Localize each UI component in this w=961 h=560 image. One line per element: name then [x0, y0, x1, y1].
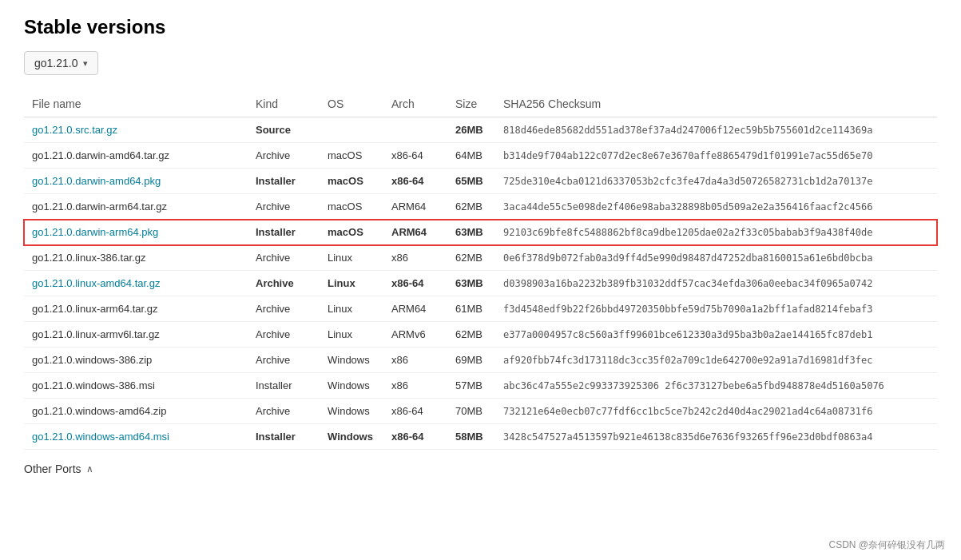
- file-size: 63MB: [447, 271, 495, 296]
- file-name-text: go1.21.0.linux-armv6l.tar.gz: [24, 322, 248, 348]
- table-row: go1.21.0.darwin-amd64.tar.gzArchivemacOS…: [24, 143, 937, 169]
- table-row: go1.21.0.windows-amd64.zipArchiveWindows…: [24, 399, 937, 424]
- file-kind: Archive: [248, 348, 320, 373]
- file-name-text: go1.21.0.windows-386.msi: [24, 373, 248, 399]
- file-os: Linux: [320, 271, 383, 296]
- file-size: 65MB: [447, 169, 495, 194]
- file-arch: x86: [383, 348, 447, 373]
- table-row: go1.21.0.src.tar.gzSource26MB818d46ede85…: [24, 117, 937, 143]
- dropdown-arrow-icon: ▾: [83, 58, 88, 69]
- file-arch: x86-64: [383, 399, 447, 424]
- file-arch: [383, 117, 447, 143]
- file-checksum: e377a0004957c8c560a3ff99601bce612330a3d9…: [495, 322, 937, 348]
- table-row: go1.21.0.windows-386.msiInstallerWindows…: [24, 373, 937, 399]
- table-row: go1.21.0.darwin-amd64.pkgInstallermacOSx…: [24, 169, 937, 194]
- file-size: 62MB: [447, 322, 495, 348]
- file-link[interactable]: go1.21.0.linux-amd64.tar.gz: [32, 277, 160, 289]
- file-kind: Archive: [248, 322, 320, 348]
- page-title: Stable versions: [24, 16, 937, 38]
- file-checksum: 3aca44de55c5e098de2f406e98aba328898b05d5…: [495, 194, 937, 220]
- file-size: 61MB: [447, 296, 495, 322]
- file-checksum: f3d4548edf9b22f26bbd49720350bbfe59d75b70…: [495, 296, 937, 322]
- file-size: 26MB: [447, 117, 495, 143]
- file-size: 62MB: [447, 245, 495, 271]
- file-os: Windows: [320, 348, 383, 373]
- file-checksum: 0e6f378d9b072fab0a3d9ff4d5e990d98487d472…: [495, 245, 937, 271]
- file-kind: Installer: [248, 424, 320, 450]
- file-kind: Archive: [248, 245, 320, 271]
- file-link[interactable]: go1.21.0.darwin-arm64.pkg: [32, 226, 158, 238]
- file-checksum: 732121e64e0ecb07c77fdf6cc1bc5ce7b242c2d4…: [495, 399, 937, 424]
- file-kind: Archive: [248, 271, 320, 296]
- file-arch: x86-64: [383, 143, 447, 169]
- table-row: go1.21.0.linux-amd64.tar.gzArchiveLinuxx…: [24, 271, 937, 296]
- col-header-size: Size: [447, 91, 495, 117]
- file-arch: x86-64: [383, 424, 447, 450]
- file-arch: ARM64: [383, 296, 447, 322]
- file-size: 58MB: [447, 424, 495, 450]
- other-ports-label: Other Ports: [24, 463, 81, 475]
- file-size: 57MB: [447, 373, 495, 399]
- downloads-table: File name Kind OS Arch Size SHA256 Check…: [24, 91, 937, 450]
- file-kind: Archive: [248, 143, 320, 169]
- table-row: go1.21.0.windows-386.zipArchiveWindowsx8…: [24, 348, 937, 373]
- file-size: 64MB: [447, 143, 495, 169]
- file-name-text: go1.21.0.darwin-arm64.tar.gz: [24, 194, 248, 220]
- file-arch: ARM64: [383, 194, 447, 220]
- file-os: macOS: [320, 194, 383, 220]
- file-os: macOS: [320, 220, 383, 245]
- table-row: go1.21.0.darwin-arm64.tar.gzArchivemacOS…: [24, 194, 937, 220]
- file-checksum: d0398903a16ba2232b389fb31032ddf57cac34ef…: [495, 271, 937, 296]
- file-size: 63MB: [447, 220, 495, 245]
- file-link[interactable]: go1.21.0.src.tar.gz: [32, 124, 117, 136]
- file-name-text: go1.21.0.darwin-amd64.tar.gz: [24, 143, 248, 169]
- file-name-text: go1.21.0.windows-386.zip: [24, 348, 248, 373]
- file-kind: Installer: [248, 373, 320, 399]
- col-header-os: OS: [320, 91, 383, 117]
- file-size: 70MB: [447, 399, 495, 424]
- file-checksum: 92103c69bfe8fc5488862bf8ca9dbe1205dae02a…: [495, 220, 937, 245]
- file-kind: Archive: [248, 399, 320, 424]
- col-header-filename: File name: [24, 91, 248, 117]
- table-row: go1.21.0.darwin-arm64.pkgInstallermacOSA…: [24, 220, 937, 245]
- file-checksum: b314de9f704ab122c077d2ec8e67e3670affe886…: [495, 143, 937, 169]
- version-selector[interactable]: go1.21.0 ▾: [24, 51, 98, 75]
- file-os: macOS: [320, 143, 383, 169]
- file-link[interactable]: go1.21.0.darwin-amd64.pkg: [32, 175, 161, 187]
- file-arch: x86-64: [383, 271, 447, 296]
- file-arch: ARMv6: [383, 322, 447, 348]
- file-arch: x86-64: [383, 169, 447, 194]
- file-checksum: af920fbb74fc3d173118dc3cc35f02a709c1de64…: [495, 348, 937, 373]
- file-os: Windows: [320, 399, 383, 424]
- file-kind: Installer: [248, 220, 320, 245]
- col-header-kind: Kind: [248, 91, 320, 117]
- file-checksum: 3428c547527a4513597b921e46138c835d6e7636…: [495, 424, 937, 450]
- file-os: Linux: [320, 296, 383, 322]
- file-os: macOS: [320, 169, 383, 194]
- file-os: Windows: [320, 373, 383, 399]
- file-kind: Archive: [248, 194, 320, 220]
- file-size: 69MB: [447, 348, 495, 373]
- file-checksum: abc36c47a555e2c993373925306 2f6c373127be…: [495, 373, 937, 399]
- file-kind: Installer: [248, 169, 320, 194]
- file-name-text: go1.21.0.linux-arm64.tar.gz: [24, 296, 248, 322]
- file-kind: Archive: [248, 296, 320, 322]
- file-arch: ARM64: [383, 220, 447, 245]
- file-link[interactable]: go1.21.0.windows-amd64.msi: [32, 431, 169, 443]
- table-row: go1.21.0.windows-amd64.msiInstallerWindo…: [24, 424, 937, 450]
- table-header-row: File name Kind OS Arch Size SHA256 Check…: [24, 91, 937, 117]
- file-checksum: 818d46ede85682dd551ad378ef37a4d247006f12…: [495, 117, 937, 143]
- file-kind: Source: [248, 117, 320, 143]
- table-row: go1.21.0.linux-arm64.tar.gzArchiveLinuxA…: [24, 296, 937, 322]
- file-size: 62MB: [447, 194, 495, 220]
- table-row: go1.21.0.linux-386.tar.gzArchiveLinuxx86…: [24, 245, 937, 271]
- file-checksum: 725de310e4cba0121d6337053b2cfc3fe47da4a3…: [495, 169, 937, 194]
- version-label: go1.21.0: [34, 57, 78, 70]
- other-ports-section[interactable]: Other Ports ∧: [24, 463, 937, 475]
- file-os: [320, 117, 383, 143]
- other-ports-chevron-icon: ∧: [86, 463, 93, 475]
- file-name-text: go1.21.0.linux-386.tar.gz: [24, 245, 248, 271]
- file-os: Linux: [320, 322, 383, 348]
- col-header-arch: Arch: [383, 91, 447, 117]
- col-header-checksum: SHA256 Checksum: [495, 91, 937, 117]
